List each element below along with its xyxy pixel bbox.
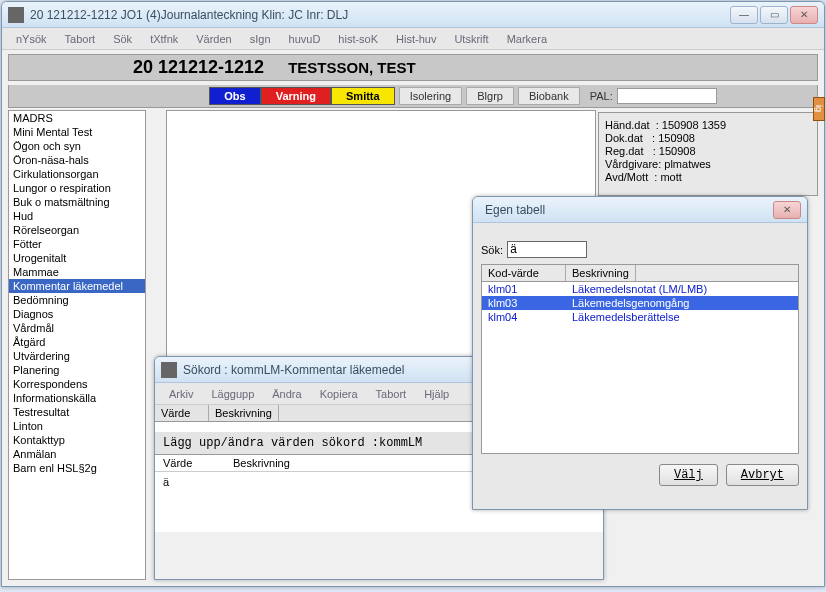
tag-isolering[interactable]: Isolering — [399, 87, 463, 105]
sidebar-item[interactable]: Cirkulationsorgan — [9, 167, 145, 181]
dlg1-menu-tabort[interactable]: Tabort — [368, 386, 415, 402]
avbryt-button[interactable]: Avbryt — [726, 464, 799, 486]
maximize-button[interactable]: ▭ — [760, 6, 788, 24]
menu-huvud[interactable]: huvuD — [281, 31, 329, 47]
tag-varning[interactable]: Varning — [261, 87, 331, 105]
tag-obs[interactable]: Obs — [209, 87, 260, 105]
menu-sök[interactable]: Sök — [105, 31, 140, 47]
tag-biobank[interactable]: Biobank — [518, 87, 580, 105]
egen-tabell-dialog: Egen tabell ✕ Sök: Kod-värde Beskrivning… — [472, 196, 808, 510]
table-row[interactable]: klm01Läkemedelsnotat (LM/LMB) — [482, 282, 798, 296]
val-col-varde: Värde — [163, 457, 233, 469]
sidebar-item[interactable]: Öron-näsa-hals — [9, 153, 145, 167]
th-beskrivning: Beskrivning — [566, 265, 636, 281]
dlg1-menu-ändra[interactable]: Ändra — [264, 386, 309, 402]
sidebar-item[interactable]: Kontakttyp — [9, 433, 145, 447]
patient-id-bar: 20 121212-1212 TESTSSON, TEST — [8, 54, 818, 81]
patient-name: TESTSSON, TEST — [276, 59, 428, 76]
tag-row: ObsVarningSmittaIsoleringBlgrpBiobankPAL… — [8, 85, 818, 108]
sidebar-item[interactable]: Korrespondens — [9, 377, 145, 391]
sidebar-item[interactable]: Informationskälla — [9, 391, 145, 405]
dlg1-menu-arkiv[interactable]: Arkiv — [161, 386, 201, 402]
close-button[interactable]: ✕ — [790, 6, 818, 24]
sidebar-item[interactable]: Mini Mental Test — [9, 125, 145, 139]
sidebar-item[interactable]: Utvärdering — [9, 349, 145, 363]
window-title: 20 121212-1212 JO1 (4)Journalanteckning … — [30, 8, 730, 22]
col-beskrivning: Beskrivning — [209, 405, 279, 421]
tag-blgrp[interactable]: Blgrp — [466, 87, 514, 105]
pal-box[interactable] — [617, 88, 717, 104]
menu-hist-huv[interactable]: Hist-huv — [388, 31, 444, 47]
dialog-icon — [161, 362, 177, 378]
egen-title: Egen tabell — [479, 203, 773, 217]
dlg1-menu-läggupp[interactable]: Läggupp — [203, 386, 262, 402]
table-header: Kod-värde Beskrivning — [482, 265, 798, 282]
menubar-main: nYsökTabortSöktXtfnkVärdensIgnhuvuDhist-… — [2, 28, 824, 50]
current-value: ä — [163, 476, 169, 488]
sidebar-item[interactable]: Ögon och syn — [9, 139, 145, 153]
sidebar-item[interactable]: MADRS — [9, 111, 145, 125]
menu-tabort[interactable]: Tabort — [57, 31, 104, 47]
sidebar-item[interactable]: Planering — [9, 363, 145, 377]
sidebar-item[interactable]: Vårdmål — [9, 321, 145, 335]
sok-input[interactable] — [507, 241, 587, 258]
patient-id: 20 121212-1212 — [121, 57, 276, 78]
menu-markera[interactable]: Markera — [499, 31, 555, 47]
sidebar-item[interactable]: Åtgärd — [9, 335, 145, 349]
sidebar-item[interactable]: Bedömning — [9, 293, 145, 307]
titlebar-main[interactable]: 20 121212-1212 JO1 (4)Journalanteckning … — [2, 2, 824, 28]
side-tab[interactable]: ig — [813, 97, 825, 121]
search-row: Sök: — [481, 241, 799, 258]
result-table[interactable]: Kod-värde Beskrivning klm01Läkemedelsnot… — [481, 264, 799, 454]
dlg1-menu-hjälp[interactable]: Hjälp — [416, 386, 457, 402]
table-row[interactable]: klm03Läkemedelsgenomgång — [482, 296, 798, 310]
close-egen-button[interactable]: ✕ — [773, 201, 801, 219]
sidebar-item[interactable]: Linton — [9, 419, 145, 433]
button-row: Välj Avbryt — [481, 464, 799, 486]
tag-smitta[interactable]: Smitta — [331, 87, 395, 105]
sidebar-item[interactable]: Rörelseorgan — [9, 223, 145, 237]
sidebar-item[interactable]: Fötter — [9, 237, 145, 251]
menu-utskrift[interactable]: Utskrift — [446, 31, 496, 47]
sidebar-item[interactable]: Kommentar läkemedel — [9, 279, 145, 293]
sidebar-item[interactable]: Anmälan — [9, 447, 145, 461]
th-kod: Kod-värde — [482, 265, 566, 281]
sidebar[interactable]: MADRSMini Mental TestÖgon och synÖron-nä… — [8, 110, 146, 580]
titlebar-egen[interactable]: Egen tabell ✕ — [473, 197, 807, 223]
table-row[interactable]: klm04Läkemedelsberättelse — [482, 310, 798, 324]
valj-button[interactable]: Välj — [659, 464, 718, 486]
pal-row: PAL: — [590, 88, 717, 104]
minimize-button[interactable]: — — [730, 6, 758, 24]
menu-sign[interactable]: sIgn — [242, 31, 279, 47]
menu-txtfnk[interactable]: tXtfnk — [142, 31, 186, 47]
app-icon — [8, 7, 24, 23]
sidebar-item[interactable]: Lungor o respiration — [9, 181, 145, 195]
dlg1-menu-kopiera[interactable]: Kopiera — [312, 386, 366, 402]
info-panel: Händ.dat : 150908 1359 Dok.dat : 150908 … — [598, 112, 818, 196]
val-col-beskrivning: Beskrivning — [233, 457, 290, 469]
menu-hist-sok[interactable]: hist-soK — [330, 31, 386, 47]
sidebar-item[interactable]: Hud — [9, 209, 145, 223]
sidebar-item[interactable]: Testresultat — [9, 405, 145, 419]
menu-nysök[interactable]: nYsök — [8, 31, 55, 47]
sok-label: Sök: — [481, 244, 503, 256]
sidebar-item[interactable]: Barn enl HSL§2g — [9, 461, 145, 475]
sidebar-item[interactable]: Diagnos — [9, 307, 145, 321]
col-varde: Värde — [155, 405, 209, 421]
sidebar-item[interactable]: Mammae — [9, 265, 145, 279]
sidebar-item[interactable]: Buk o matsmältning — [9, 195, 145, 209]
sidebar-item[interactable]: Urogenitalt — [9, 251, 145, 265]
menu-värden[interactable]: Värden — [188, 31, 239, 47]
